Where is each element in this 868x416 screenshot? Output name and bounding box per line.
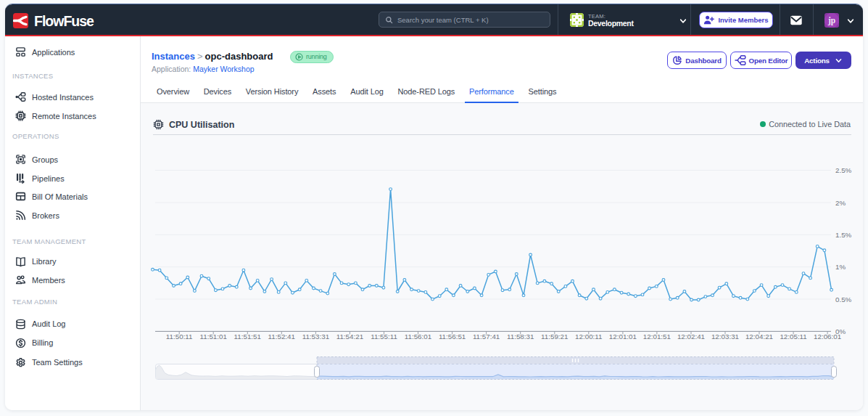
- svg-text:jp: jp: [827, 16, 835, 25]
- svg-text:11:57:41: 11:57:41: [473, 333, 500, 340]
- svg-text:12:05:11: 12:05:11: [780, 333, 806, 340]
- svg-text:12:01:01: 12:01:01: [609, 333, 637, 340]
- svg-text:12:00:11: 12:00:11: [575, 333, 602, 340]
- svg-text:11:55:11: 11:55:11: [371, 333, 397, 340]
- svg-text:11:52:41: 11:52:41: [268, 333, 295, 340]
- svg-text:1%: 1%: [835, 263, 846, 271]
- svg-text:11:50:11: 11:50:11: [166, 333, 193, 340]
- svg-text:0.5%: 0.5%: [835, 295, 852, 303]
- svg-text:11:59:21: 11:59:21: [541, 333, 568, 340]
- svg-text:11:51:51: 11:51:51: [234, 333, 261, 340]
- svg-text:1.5%: 1.5%: [835, 231, 852, 239]
- svg-text:2%: 2%: [835, 199, 846, 207]
- svg-text:2.5%: 2.5%: [835, 166, 852, 174]
- svg-text:12:04:21: 12:04:21: [745, 333, 773, 340]
- svg-text:11:53:31: 11:53:31: [302, 333, 329, 340]
- svg-text:11:56:51: 11:56:51: [439, 333, 466, 340]
- svg-text:12:01:51: 12:01:51: [643, 333, 671, 340]
- svg-text:11:51:01: 11:51:01: [199, 333, 226, 340]
- svg-text:12:02:41: 12:02:41: [677, 333, 705, 340]
- svg-text:11:56:01: 11:56:01: [405, 333, 431, 340]
- svg-text:11:54:21: 11:54:21: [336, 333, 363, 340]
- svg-text:12:03:31: 12:03:31: [711, 333, 739, 340]
- svg-text:11:58:31: 11:58:31: [507, 333, 534, 340]
- svg-text:12:06:01: 12:06:01: [814, 333, 841, 340]
